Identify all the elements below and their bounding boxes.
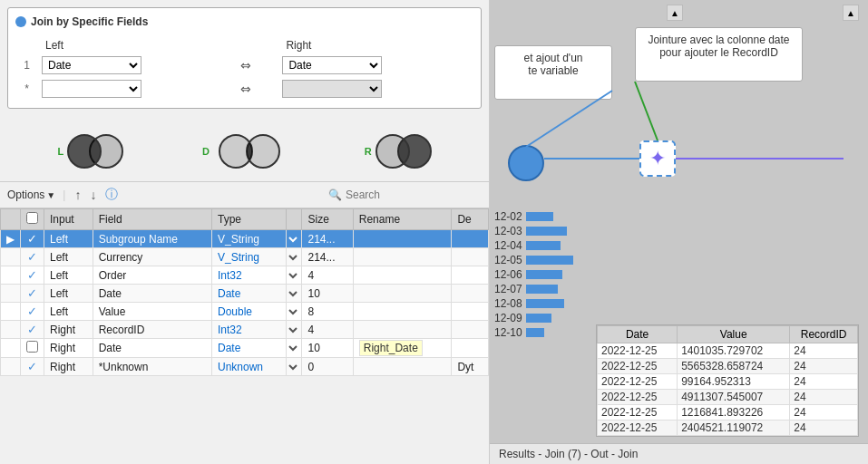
row-input-cell: Right: [44, 358, 93, 376]
row-de-cell: Dyt: [452, 358, 489, 376]
table-row[interactable]: ✓ Right *Unknown Unknown ▼ 0 Dyt: [1, 358, 489, 376]
options-dropdown-btn[interactable]: Options ▼: [7, 188, 55, 201]
result-date: 2022-12-25: [598, 420, 678, 436]
table-row[interactable]: ✓ Left Date Date ▼ 10: [1, 285, 489, 303]
results-body: 2022-12-25 1401035.729702 24 2022-12-25 …: [598, 343, 858, 436]
results-row: 2022-12-25 1216841.893226 24: [598, 405, 858, 420]
row-type-select[interactable]: ▼: [288, 362, 300, 373]
row-check-cell[interactable]: ✓: [21, 303, 44, 321]
input-node-circle[interactable]: [508, 145, 544, 181]
workflow-node-1[interactable]: et ajout d'unte variable: [494, 45, 612, 100]
swap-arrows-btn-1[interactable]: ⇔: [237, 58, 255, 72]
result-value: 4911307.545007: [678, 390, 790, 405]
row-arrow-icon: ▶: [6, 233, 15, 246]
row-check-cell[interactable]: ✓: [21, 266, 44, 285]
row-checkbox[interactable]: [26, 341, 38, 353]
row-type-arrow-cell[interactable]: ▼: [287, 303, 302, 321]
row-check-cell[interactable]: ✓: [21, 358, 44, 376]
inner-join-venn[interactable]: [213, 132, 286, 170]
canvas-area: ▲ ▲ et ajout d'unte variable Jointure av…: [490, 0, 868, 464]
row-type-arrow-cell[interactable]: ▼: [287, 321, 302, 339]
row-arrow-cell: ▶: [1, 230, 21, 248]
left-field-select-star[interactable]: [42, 80, 141, 98]
right-field-select-1[interactable]: Date: [282, 56, 382, 74]
join-tool-node[interactable]: ✦: [639, 140, 676, 177]
row-check-cell[interactable]: ✓: [21, 321, 44, 339]
row-check-cell[interactable]: ✓: [21, 285, 44, 303]
row-de-cell: [452, 321, 489, 339]
row-de-cell: [452, 266, 489, 285]
join-type-inner[interactable]: D: [202, 132, 286, 170]
node2-label: Jointure avec la colonne datepour ajoute…: [648, 34, 789, 59]
row-input-cell: Left: [44, 266, 93, 285]
row-type-arrow-cell[interactable]: ▼: [287, 266, 302, 285]
table-row[interactable]: ▶ ✓ Left Subgroup Name V_String ▼ 214...: [1, 230, 489, 248]
row-type-select[interactable]: ▼: [288, 324, 300, 336]
right-join-label: R: [365, 146, 372, 157]
col-header-size: Size: [302, 209, 353, 230]
row-type-arrow-cell[interactable]: ▼: [287, 339, 302, 358]
options-label: Options: [7, 188, 44, 201]
result-value: 1401035.729702: [678, 343, 790, 359]
row-field-cell: Currency: [93, 248, 211, 266]
results-row: 2022-12-25 5565328.658724 24: [598, 359, 858, 374]
row-check-cell[interactable]: ✓: [21, 230, 44, 248]
move-up-btn[interactable]: ↑: [73, 188, 83, 202]
row-type-select[interactable]: ▼: [288, 288, 300, 300]
join-type-right[interactable]: R: [365, 134, 432, 169]
row-star: *: [15, 77, 38, 101]
scroll-up-btn-1[interactable]: ▲: [843, 5, 859, 21]
workflow-node-2[interactable]: Jointure avec la colonne datepour ajoute…: [635, 27, 803, 82]
left-join-venn[interactable]: [67, 134, 123, 169]
results-table: Date Value RecordID 2022-12-25 1401035.7…: [597, 325, 858, 436]
row-check-cell[interactable]: ✓: [21, 248, 44, 266]
result-recordid: 24: [790, 343, 858, 359]
row-type-select[interactable]: ▼: [288, 252, 300, 264]
right-field-select-star[interactable]: [282, 80, 382, 98]
right-panel: ▲ ▲ et ajout d'unte variable Jointure av…: [490, 0, 868, 464]
table-row[interactable]: ✓ Left Value Double ▼ 8: [1, 303, 489, 321]
row-type-select[interactable]: ▼: [288, 234, 300, 246]
left-field-select-1[interactable]: Date: [42, 56, 141, 74]
scroll-up-btn-2[interactable]: ▲: [667, 5, 683, 21]
row-input-cell: Right: [44, 321, 93, 339]
date-bar-12-06: 12-06: [494, 268, 573, 281]
row-type-select[interactable]: ▼: [288, 343, 300, 354]
select-all-checkbox[interactable]: [26, 212, 38, 224]
result-date: 2022-12-25: [598, 343, 678, 359]
svg-line-5: [635, 82, 658, 140]
results-col-value: Value: [678, 326, 790, 343]
row-rename-cell: [353, 358, 452, 376]
row-rename-cell: [353, 285, 452, 303]
row-type-arrow-cell[interactable]: ▼: [287, 285, 302, 303]
data-table-wrap: Input Field Type Size Rename De ▶ ✓ Left…: [0, 208, 489, 464]
result-date: 2022-12-25: [598, 390, 678, 405]
right-join-venn[interactable]: [375, 134, 432, 169]
row-rename-cell: [353, 303, 452, 321]
row-rename-cell: [353, 230, 452, 248]
row-input-cell: Left: [44, 303, 93, 321]
row-type-arrow-cell[interactable]: ▼: [287, 230, 302, 248]
results-header-row: Date Value RecordID: [598, 326, 858, 343]
swap-arrows-btn-star[interactable]: ⇔: [237, 82, 255, 96]
row-type-arrow-cell[interactable]: ▼: [287, 358, 302, 376]
search-input[interactable]: [346, 188, 482, 201]
table-row[interactable]: ✓ Right RecordID Int32 ▼ 4: [1, 321, 489, 339]
join-type-left[interactable]: L: [57, 134, 123, 169]
row-de-cell: [452, 285, 489, 303]
table-row[interactable]: Right Date Date ▼ 10 Right_Date: [1, 339, 489, 358]
row-size-cell: 0: [302, 358, 353, 376]
table-row[interactable]: ✓ Left Order Int32 ▼ 4: [1, 266, 489, 285]
table-row[interactable]: ✓ Left Currency V_String ▼ 214...: [1, 248, 489, 266]
row-de-cell: [452, 248, 489, 266]
join-tool-icon: ✦: [649, 147, 666, 170]
info-btn[interactable]: ⓘ: [103, 187, 120, 203]
move-down-btn[interactable]: ↓: [88, 188, 98, 202]
row-size-cell: 214...: [302, 230, 353, 248]
date-bar-12-10: 12-10: [494, 326, 573, 339]
row-type-select[interactable]: ▼: [288, 270, 300, 282]
row-type-arrow-cell[interactable]: ▼: [287, 248, 302, 266]
results-panel: Date Value RecordID 2022-12-25 1401035.7…: [596, 324, 859, 437]
row-check-cell[interactable]: [21, 339, 44, 358]
row-type-select[interactable]: ▼: [288, 306, 300, 318]
